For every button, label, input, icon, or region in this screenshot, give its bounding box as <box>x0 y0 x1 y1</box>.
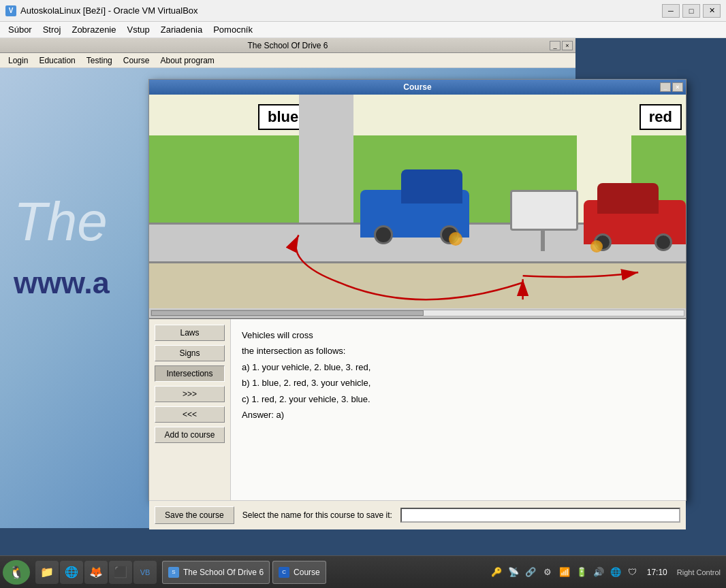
taskbar-app-school[interactable]: S The School Of Drive 6 <box>162 561 270 584</box>
course-sidebar: Laws Signs Intersections >>> <<< Add to … <box>149 319 231 500</box>
blue-car-cabin <box>401 169 462 203</box>
course-close-button[interactable]: × <box>672 82 683 92</box>
taskbar-icon-globe: 🌐 <box>608 565 623 580</box>
taskbar-start-button[interactable]: 🐧 <box>3 560 30 585</box>
blue-car-wheel-left <box>374 225 393 244</box>
red-label: red <box>640 104 682 130</box>
bg-app-menu: Login Education Testing Course About pro… <box>0 53 575 68</box>
course-name-input[interactable] <box>400 508 680 523</box>
taskbar-icon-volume: 🔊 <box>591 565 606 580</box>
text-line-1: Vehicles will cross <box>242 327 675 343</box>
text-line-6: Answer: a) <box>242 407 675 423</box>
course-lower: Laws Signs Intersections >>> <<< Add to … <box>149 319 686 500</box>
vbox-maximize-button[interactable]: □ <box>682 4 700 18</box>
taskbar-icon-browser1[interactable]: 🌐 <box>60 561 83 584</box>
bg-app-titlebar: The School Of Drive 6 _ × <box>0 38 575 53</box>
laws-button[interactable]: Laws <box>155 325 225 341</box>
taskbar-icon-browser2[interactable]: 🦊 <box>84 561 108 584</box>
course-text-area: Vehicles will cross the intersection as … <box>231 319 686 500</box>
taskbar: 🐧 📁 🌐 🦊 ⬛ VB S The School Of Drive 6 C C… <box>0 555 726 588</box>
bg-menu-about[interactable]: About program <box>155 55 219 66</box>
blue-car-wheel-glow <box>449 232 462 246</box>
bg-app-title: The School Of Drive 6 <box>247 41 328 50</box>
taskbar-course-icon: C <box>279 567 289 578</box>
bg-decorative-text-the: The <box>14 191 108 253</box>
bg-menu-course[interactable]: Course <box>118 55 155 66</box>
course-image-area: blue red <box>149 95 686 319</box>
text-line-3: a) 1. your vehicle, 2. blue, 3. red, <box>242 359 675 375</box>
main-content: The School Of Drive 6 _ × Login Educatio… <box>0 38 726 555</box>
vbox-titlebar: V AutoskolaLinux [Beží] - Oracle VM Virt… <box>0 0 726 22</box>
bg-menu-login[interactable]: Login <box>3 55 33 66</box>
taskbar-app-course-label: Course <box>294 568 320 577</box>
text-line-5: c) 1. red, 2. your vehicle, 3. blue. <box>242 391 675 407</box>
bg-menu-education[interactable]: Education <box>33 55 80 66</box>
taskbar-icon-shield: 🛡 <box>625 565 640 580</box>
text-line-2: the intersection as follows: <box>242 343 675 359</box>
course-controls: _ × <box>660 82 683 92</box>
vbox-window-controls: ─ □ ✕ <box>662 4 721 18</box>
text-line-4: b) 1. blue, 2. red, 3. your vehicle, <box>242 375 675 391</box>
bg-menu-testing[interactable]: Testing <box>81 55 118 66</box>
taskbar-icon-settings: ⚙ <box>540 565 555 580</box>
vbox-minimize-button[interactable]: ─ <box>662 4 680 18</box>
red-car-glow <box>590 240 603 252</box>
taskbar-icon-network1: 📡 <box>506 565 521 580</box>
vbox-menu-zobrazenie[interactable]: Zobrazenie <box>66 23 121 36</box>
road-scene: blue red <box>149 95 686 318</box>
course-dialog-title: Course <box>403 82 431 92</box>
taskbar-icon-key: 🔑 <box>489 565 504 580</box>
taskbar-app-school-label: The School Of Drive 6 <box>183 568 264 577</box>
taskbar-quick-launch: 📁 🌐 🦊 ⬛ VB <box>35 561 157 584</box>
vbox-menu-subor[interactable]: Súbor <box>3 23 37 36</box>
red-car <box>584 183 686 251</box>
bg-app-controls: _ × <box>550 41 573 50</box>
course-titlebar: Course _ × <box>149 80 686 95</box>
vbox-icon-letter: V <box>9 7 14 14</box>
vbox-menu-zariadenia[interactable]: Zariadenia <box>155 23 208 36</box>
prev-button[interactable]: <<< <box>155 406 225 423</box>
bg-app-minimize-button[interactable]: _ <box>550 41 561 50</box>
taskbar-icon-virtualbox[interactable]: VB <box>133 561 157 584</box>
taskbar-right: 🔑 📡 🔗 ⚙ 📶 🔋 🔊 🌐 🛡 17:10 Right Control <box>489 565 723 580</box>
taskbar-sys-icons: 🔑 📡 🔗 ⚙ 📶 🔋 🔊 🌐 🛡 <box>489 565 640 580</box>
course-name-label: Select the name for this course to save … <box>242 510 392 520</box>
taskbar-clock: 17:10 <box>643 568 672 577</box>
taskbar-right-label: Right Control <box>674 568 723 576</box>
vbox-menu-pomocnik[interactable]: Pomocník <box>208 23 258 36</box>
taskbar-icon-bluetooth: 📶 <box>557 565 572 580</box>
course-minimize-button[interactable]: _ <box>660 82 671 92</box>
vbox-close-button[interactable]: ✕ <box>703 4 721 18</box>
vbox-menubar: Súbor Stroj Zobrazenie Vstup Zariadenia … <box>0 22 726 38</box>
bg-decorative-text-www: www.a <box>14 265 110 301</box>
vbox-title: AutoskolaLinux [Beží] - Oracle VM Virtua… <box>20 5 662 16</box>
taskbar-icon-network2: 🔗 <box>523 565 538 580</box>
bg-app-close-button[interactable]: × <box>562 41 573 50</box>
red-car-wheel-right <box>654 233 672 251</box>
taskbar-app-course[interactable]: C Course <box>272 561 326 584</box>
vbox-app-icon: V <box>5 5 16 16</box>
road-sign <box>510 190 578 231</box>
vbox-menu-vstup[interactable]: Vstup <box>121 23 155 36</box>
red-car-cabin <box>597 183 659 214</box>
vbox-menu-stroj[interactable]: Stroj <box>37 23 67 36</box>
signs-button[interactable]: Signs <box>155 345 225 361</box>
taskbar-icon-terminal[interactable]: ⬛ <box>109 561 132 584</box>
taskbar-icon-battery: 🔋 <box>574 565 589 580</box>
add-to-course-button[interactable]: Add to course <box>155 427 225 443</box>
save-course-button[interactable]: Save the course <box>155 506 234 524</box>
course-footer: Save the course Select the name for this… <box>149 500 686 529</box>
taskbar-icon-file-manager[interactable]: 📁 <box>35 561 59 584</box>
blue-car <box>360 176 469 244</box>
taskbar-school-icon: S <box>168 567 179 578</box>
scrollbar-track <box>151 310 684 316</box>
course-dialog: Course _ × blue red <box>148 79 686 501</box>
image-scrollbar[interactable] <box>149 308 686 318</box>
scrollbar-thumb[interactable] <box>151 310 424 316</box>
intersections-button[interactable]: Intersections <box>155 365 225 382</box>
road-sign-post <box>541 231 545 251</box>
next-button[interactable]: >>> <box>155 386 225 402</box>
